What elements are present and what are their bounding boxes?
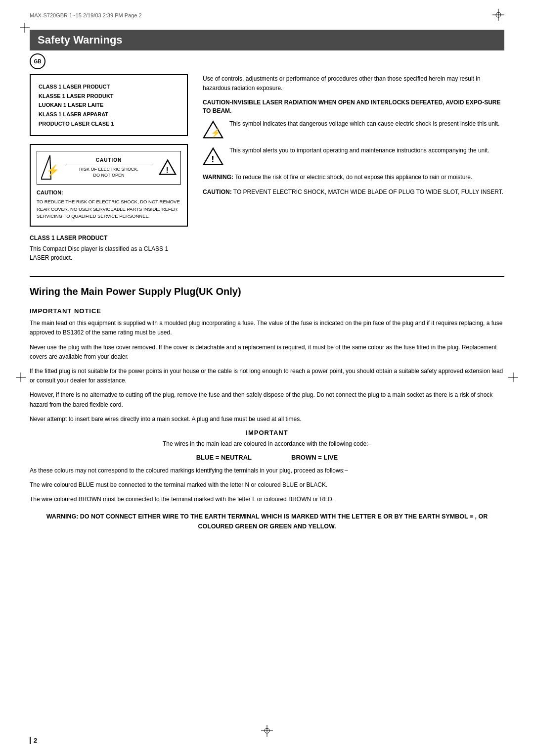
warning-earth-block: WARNING: DO NOT CONNECT EITHER WIRE TO T… [30, 512, 504, 531]
symbol2-text: This symbol alerts you to important oper… [229, 146, 490, 155]
registration-mark-left-mid [16, 373, 26, 384]
warning-bold: WARNING: [203, 174, 233, 181]
wiring-para-1: The main lead on this equipment is suppl… [30, 319, 504, 337]
wiring-section: Wiring the Main Power Supply Plug(UK Onl… [30, 286, 504, 531]
registration-mark-top-left [20, 23, 30, 33]
caution-plug-text: CAUTION: TO PREVENT ELECTRIC SHOCK, MATC… [203, 188, 504, 197]
laser-line-2: KLASSE 1 LASER PRODUKT [39, 92, 179, 101]
registration-mark-right-mid [508, 373, 518, 384]
svg-text:!: ! [211, 154, 214, 164]
symbol1-text: This symbol indicates that dangerous vol… [229, 119, 499, 128]
svg-text:!: ! [166, 165, 168, 174]
laser-product-box: CLASS 1 LASER PRODUCT KLASSE 1 LASER PRO… [30, 74, 188, 136]
right-column: Use of controls, adjustments or performa… [203, 74, 504, 262]
blue-brown-row: BLUE = NEUTRAL BROWN = LIVE [30, 454, 504, 461]
exclamation-triangle-icon: ! [159, 157, 177, 179]
caution-inner-text-block: CAUTION RISK OF ELECTRIC SHOCK. DO NOT O… [64, 157, 154, 179]
class1-section: CLASS 1 LASER PRODUCT This Compact Disc … [30, 235, 188, 262]
symbol-row-2: ! This symbol alerts you to important op… [203, 146, 504, 166]
brown-live-label: BROWN = LIVE [291, 454, 338, 461]
danger-voltage-icon: ⚡ [203, 120, 223, 139]
important-heading: IMPORTANT [30, 429, 504, 436]
header-text: MAX-S720GBR 1~15 2/19/03 2:39 PM Page 2 [30, 12, 142, 18]
caution-inner-text: RISK OF ELECTRIC SHOCK. DO NOT OPEN [64, 166, 154, 179]
warning-fire-detail: To reduce the risk of fire or electric s… [235, 174, 472, 181]
section-divider [30, 276, 504, 277]
wiring-para-4: However, if there is no alternative to c… [30, 390, 504, 409]
important-instructions-icon: ! [203, 147, 223, 166]
wire-blue-text: The wire coloured BLUE must be connected… [30, 480, 504, 490]
caution-plug-detail: TO PREVENT ELECTRIC SHOCK, MATCH WIDE BL… [233, 189, 503, 195]
header-crosshair [492, 9, 504, 22]
left-column: CLASS 1 LASER PRODUCT KLASSE 1 LASER PRO… [30, 74, 188, 262]
page-title: Safety Warnings [38, 34, 496, 47]
caution-inner-box: ⚡ CAUTION RISK OF ELECTRIC SHOCK. DO NOT… [37, 151, 181, 185]
symbol-row-1: ⚡ This symbol indicates that dangerous v… [203, 119, 504, 139]
intro-text: Use of controls, adjustments or performa… [203, 74, 504, 93]
registration-mark-bottom-center [261, 725, 273, 738]
caution-outer-label: CAUTION: [37, 189, 181, 195]
class1-heading: CLASS 1 LASER PRODUCT [30, 235, 188, 241]
wiring-title: Wiring the Main Power Supply Plug(UK Onl… [30, 286, 504, 297]
svg-text:⚡: ⚡ [211, 128, 221, 138]
caution-inner-title: CAUTION [64, 157, 154, 164]
wiring-para-3: If the fitted plug is not suitable for t… [30, 367, 504, 385]
blue-neutral-label: BLUE = NEUTRAL [196, 454, 252, 461]
svg-text:⚡: ⚡ [46, 164, 59, 177]
laser-line-5: PRODUCTO LASER CLASE 1 [39, 119, 179, 129]
caution-laser-heading: CAUTION-INVISIBLE LASER RADIATION WHEN O… [203, 98, 504, 115]
warning-fire-text: WARNING: To reduce the risk of fire or e… [203, 173, 504, 182]
main-content: CLASS 1 LASER PRODUCT KLASSE 1 LASER PRO… [30, 49, 504, 541]
class1-text: This Compact Disc player is classified a… [30, 244, 188, 262]
laser-line-4: KLASS 1 LASER APPARAT [39, 110, 179, 119]
wire-brown-text: The wire coloured BROWN must be connecte… [30, 495, 504, 504]
blue-brown-text: As these colours may not correspond to t… [30, 466, 504, 475]
wiring-para-5: Never attempt to insert bare wires direc… [30, 415, 504, 424]
header-bar: MAX-S720GBR 1~15 2/19/03 2:39 PM Page 2 [30, 9, 504, 22]
laser-line-3: LUOKAN 1 LASER LAITE [39, 100, 179, 110]
page-title-banner: Safety Warnings [30, 30, 504, 50]
lightning-bolt-icon: ⚡ [41, 155, 59, 180]
laser-line-1: CLASS 1 LASER PRODUCT [39, 82, 179, 92]
important-notice-heading: IMPORTANT NOTICE [30, 307, 504, 315]
top-section: CLASS 1 LASER PRODUCT KLASSE 1 LASER PRO… [30, 74, 504, 262]
caution-warning-box: ⚡ CAUTION RISK OF ELECTRIC SHOCK. DO NOT… [30, 144, 188, 227]
caution-outer-text: TO REDUCE THE RISK OF ELECTRIC SHOCK, DO… [37, 198, 181, 220]
important-text: The wires in the main lead are coloured … [30, 439, 504, 449]
caution-plug-bold: CAUTION: [203, 189, 232, 195]
wiring-para-2: Never use the plug with the fuse cover r… [30, 343, 504, 362]
page-number: 2 [30, 737, 37, 744]
